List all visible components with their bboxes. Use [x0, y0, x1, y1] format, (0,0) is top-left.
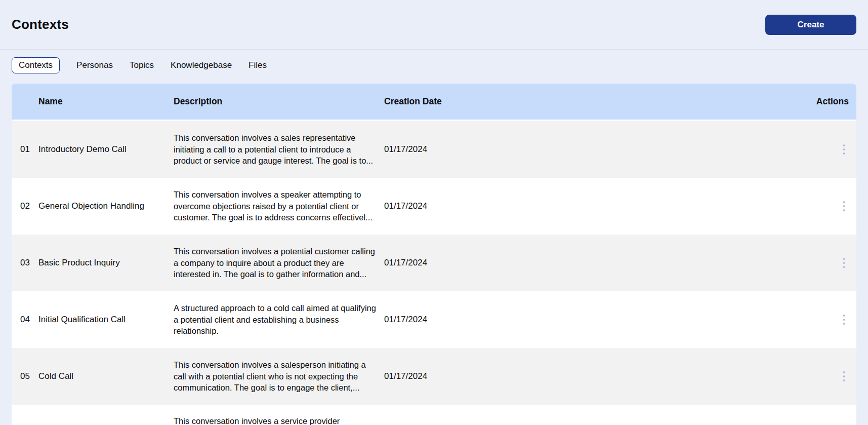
- row-creation-date: 01/17/2024: [384, 258, 813, 268]
- row-number: 01: [20, 144, 38, 154]
- row-description: This conversation involves a salesperson…: [174, 359, 384, 394]
- kebab-menu-icon[interactable]: [839, 311, 849, 329]
- tab-bar: Contexts Personas Topics Knowledgebase F…: [12, 57, 856, 73]
- tab-files[interactable]: Files: [249, 57, 267, 73]
- row-creation-date: 01/17/2024: [384, 315, 813, 325]
- row-number: 05: [20, 371, 38, 381]
- row-creation-date: 01/17/2024: [384, 201, 813, 211]
- row-description: This conversation involves a potential c…: [174, 246, 384, 280]
- table-row: 04 Initial Qualification Call A structur…: [12, 291, 856, 348]
- row-name: Cold Call: [38, 371, 174, 381]
- kebab-menu-icon[interactable]: [839, 197, 849, 215]
- tab-contexts[interactable]: Contexts: [12, 57, 60, 73]
- contexts-table: Name Description Creation Date Actions 0…: [12, 84, 856, 425]
- row-number: 04: [20, 315, 38, 325]
- page-title: Contexts: [12, 17, 69, 32]
- column-header-description: Description: [174, 96, 384, 107]
- row-name: Initial Qualification Call: [38, 315, 174, 325]
- kebab-menu-icon[interactable]: [839, 254, 849, 272]
- tab-topics[interactable]: Topics: [130, 57, 154, 73]
- column-header-creation-date: Creation Date: [384, 96, 813, 107]
- table-row: 05 Cold Call This conversation involves …: [12, 348, 856, 405]
- row-creation-date: 01/17/2024: [384, 144, 813, 154]
- row-description: This conversation involves a sales repre…: [174, 132, 384, 167]
- create-button[interactable]: Create: [765, 15, 856, 35]
- row-description: This conversation involves a service pro…: [174, 405, 384, 425]
- row-number: 03: [20, 258, 38, 268]
- row-description: This conversation involves a speaker att…: [174, 189, 384, 223]
- kebab-menu-icon[interactable]: [839, 140, 849, 159]
- table-row: 02 General Objection Handling This conve…: [12, 178, 856, 235]
- row-name: Basic Product Inquiry: [38, 258, 174, 268]
- row-creation-date: 01/17/2024: [384, 371, 813, 381]
- column-header-actions: Actions: [813, 96, 849, 107]
- tab-knowledgebase[interactable]: Knowledgebase: [171, 57, 232, 73]
- row-number: 02: [20, 201, 38, 211]
- column-header-name: Name: [38, 96, 174, 107]
- top-bar: Contexts Create: [0, 0, 868, 50]
- table-row: This conversation involves a service pro…: [12, 405, 856, 425]
- table-row: 01 Introductory Demo Call This conversat…: [12, 121, 856, 178]
- table-header-row: Name Description Creation Date Actions: [12, 84, 856, 121]
- row-name: Introductory Demo Call: [38, 144, 174, 154]
- table-row: 03 Basic Product Inquiry This conversati…: [12, 235, 856, 291]
- row-description: A structured approach to a cold call aim…: [174, 302, 384, 337]
- tab-personas[interactable]: Personas: [76, 57, 113, 73]
- row-name: General Objection Handling: [38, 201, 174, 211]
- kebab-menu-icon[interactable]: [839, 367, 849, 385]
